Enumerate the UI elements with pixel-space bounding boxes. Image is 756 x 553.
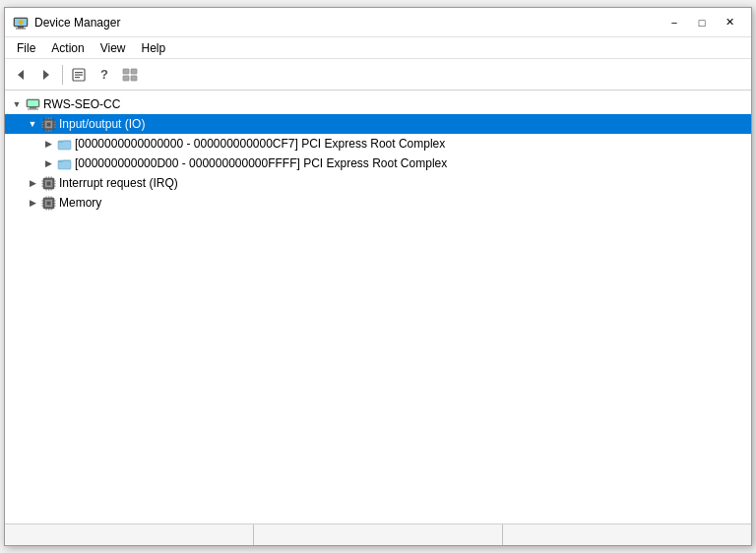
window-icon: [13, 15, 29, 31]
io-label: Input/output (IO): [59, 117, 145, 131]
svg-rect-32: [45, 130, 46, 132]
status-pane-1: [5, 524, 254, 545]
svg-rect-33: [48, 130, 49, 132]
svg-marker-7: [43, 70, 49, 80]
svg-rect-56: [46, 201, 50, 205]
svg-rect-18: [30, 107, 36, 109]
svg-rect-9: [75, 72, 83, 73]
svg-rect-57: [41, 200, 43, 201]
svg-rect-26: [54, 121, 56, 122]
svg-rect-43: [41, 183, 43, 184]
io-child2-icon: [56, 155, 72, 171]
io-icon: [40, 116, 56, 132]
svg-rect-42: [41, 180, 43, 181]
irq-icon: [40, 175, 56, 191]
svg-rect-41: [46, 181, 50, 185]
status-pane-2: [254, 524, 503, 545]
status-pane-3: [503, 524, 751, 545]
svg-rect-34: [50, 130, 51, 132]
expand-io[interactable]: ▼: [25, 116, 40, 132]
maximize-button[interactable]: □: [688, 13, 716, 32]
svg-rect-15: [131, 76, 137, 81]
back-button[interactable]: [9, 63, 32, 87]
root-label: RWS-SEO-CC: [43, 97, 120, 111]
expand-io-child2[interactable]: ▶: [40, 155, 56, 171]
svg-rect-24: [41, 124, 43, 125]
tree-node-root[interactable]: ▼ RWS-SEO-CC: [5, 94, 751, 114]
svg-rect-58: [41, 203, 43, 204]
title-bar: Device Manager − □ ✕: [5, 8, 751, 37]
status-bar: [5, 523, 751, 545]
svg-rect-11: [75, 77, 80, 78]
svg-rect-48: [45, 176, 46, 178]
close-button[interactable]: ✕: [716, 13, 743, 32]
title-bar-left: Device Manager: [13, 15, 120, 31]
irq-label: Interrupt request (IRQ): [59, 176, 178, 190]
svg-rect-14: [123, 76, 129, 81]
menu-bar: File Action View Help: [5, 37, 751, 59]
content-area: ▼ RWS-SEO-CC ▼: [5, 91, 751, 523]
minimize-button[interactable]: −: [661, 13, 688, 32]
expand-io-child1[interactable]: ▶: [40, 136, 56, 152]
tree-node-io-child2[interactable]: ▶ [000000000000D00 - 000000000000FFFF] P…: [5, 154, 751, 173]
svg-rect-17: [28, 100, 38, 106]
help-button[interactable]: ?: [93, 63, 116, 87]
svg-rect-68: [50, 209, 51, 211]
tree-node-irq[interactable]: ▶: [5, 173, 751, 193]
computer-icon: [25, 96, 40, 112]
svg-rect-12: [123, 69, 129, 74]
svg-rect-36: [58, 141, 63, 143]
device-tree-icon: [122, 67, 138, 83]
svg-rect-19: [28, 108, 38, 109]
svg-rect-60: [54, 200, 56, 201]
expand-root[interactable]: ▼: [9, 96, 25, 112]
io-child2-label: [000000000000D00 - 000000000000FFFF] PCI…: [75, 156, 447, 170]
svg-marker-6: [18, 70, 24, 80]
menu-action[interactable]: Action: [43, 39, 92, 57]
expand-irq[interactable]: ▶: [25, 175, 40, 191]
svg-rect-50: [50, 176, 51, 178]
device-tree-button[interactable]: [118, 63, 142, 87]
svg-rect-31: [50, 117, 51, 119]
svg-rect-65: [50, 196, 51, 198]
properties-button[interactable]: [67, 63, 91, 87]
svg-rect-28: [54, 126, 56, 127]
menu-help[interactable]: Help: [134, 39, 174, 57]
menu-view[interactable]: View: [93, 39, 134, 57]
svg-rect-13: [131, 69, 137, 74]
svg-rect-27: [54, 124, 56, 125]
svg-rect-63: [45, 196, 46, 198]
svg-rect-30: [48, 117, 49, 119]
svg-point-5: [20, 21, 22, 23]
svg-rect-2: [18, 27, 24, 29]
svg-rect-10: [75, 74, 83, 75]
svg-rect-38: [58, 160, 63, 162]
svg-rect-44: [41, 185, 43, 186]
svg-rect-45: [54, 180, 56, 181]
back-icon: [14, 68, 28, 82]
tree-panel[interactable]: ▼ RWS-SEO-CC ▼: [5, 91, 751, 523]
device-manager-window: Device Manager − □ ✕ File Action View He…: [4, 7, 752, 546]
svg-rect-59: [41, 205, 43, 206]
svg-rect-52: [48, 189, 49, 191]
svg-rect-25: [41, 126, 43, 127]
window-title: Device Manager: [34, 16, 120, 30]
tree-node-memory[interactable]: ▶: [5, 193, 751, 213]
svg-rect-47: [54, 185, 56, 186]
menu-file[interactable]: File: [9, 39, 43, 57]
svg-rect-46: [54, 183, 56, 184]
svg-rect-64: [48, 196, 49, 198]
svg-rect-53: [50, 189, 51, 191]
expand-memory[interactable]: ▶: [25, 195, 40, 211]
tree-node-io[interactable]: ▼: [5, 114, 751, 134]
forward-button[interactable]: [34, 63, 58, 87]
svg-rect-67: [48, 209, 49, 211]
forward-icon: [39, 68, 53, 82]
memory-icon: [40, 195, 56, 211]
tree-node-io-child1[interactable]: ▶ [0000000000000000 - 000000000000CF7] P…: [5, 134, 751, 154]
svg-rect-29: [45, 117, 46, 119]
io-child1-label: [0000000000000000 - 000000000000CF7] PCI…: [75, 137, 445, 151]
svg-rect-61: [54, 203, 56, 204]
memory-label: Memory: [59, 196, 101, 210]
svg-rect-23: [41, 121, 43, 122]
